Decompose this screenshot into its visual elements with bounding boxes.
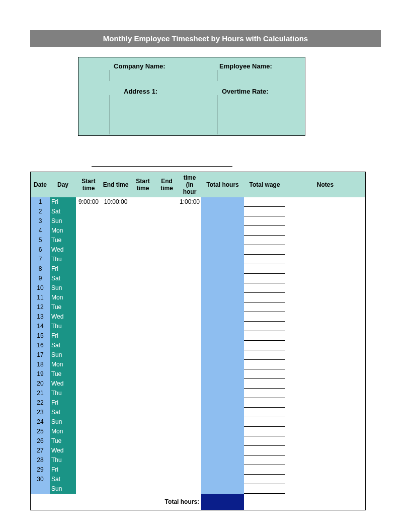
cell-date[interactable]: 11 <box>31 293 50 302</box>
cell-time-in-hour[interactable] <box>178 427 201 436</box>
cell-total-hours[interactable] <box>201 216 244 226</box>
cell-start-time-1[interactable] <box>76 255 101 264</box>
cell-time-in-hour[interactable] <box>178 436 201 446</box>
cell-end-time-1[interactable] <box>101 302 130 312</box>
cell-date[interactable]: 25 <box>31 427 50 436</box>
cell-date[interactable]: 7 <box>31 255 50 264</box>
cell-end-time-1[interactable] <box>101 360 130 369</box>
cell-total-hours[interactable] <box>201 446 244 455</box>
cell-time-in-hour[interactable] <box>178 475 201 484</box>
cell-notes[interactable] <box>285 283 365 293</box>
cell-notes[interactable] <box>285 207 365 216</box>
cell-end-time-2[interactable] <box>155 274 178 283</box>
cell-start-time-1[interactable] <box>76 417 101 427</box>
cell-end-time-2[interactable] <box>155 255 178 264</box>
cell-end-time-2[interactable] <box>155 197 178 207</box>
cell-total-wage[interactable] <box>244 245 285 255</box>
cell-end-time-1[interactable] <box>101 226 130 236</box>
cell-total-hours[interactable] <box>201 197 244 207</box>
cell-start-time-2[interactable] <box>130 379 155 389</box>
cell-date[interactable]: 22 <box>31 398 50 408</box>
cell-day[interactable]: Tue <box>50 436 76 446</box>
cell-start-time-1[interactable] <box>76 274 101 283</box>
cell-start-time-1[interactable] <box>76 216 101 226</box>
cell-start-time-2[interactable] <box>130 436 155 446</box>
cell-total-hours[interactable] <box>201 465 244 475</box>
cell-date[interactable]: 1 <box>31 197 50 207</box>
cell-day[interactable]: Tue <box>50 236 76 245</box>
cell-end-time-2[interactable] <box>155 322 178 331</box>
cell-start-time-2[interactable] <box>130 283 155 293</box>
cell-date[interactable]: 29 <box>31 465 50 475</box>
cell-total-wage[interactable] <box>244 255 285 264</box>
cell-total-hours[interactable] <box>201 264 244 274</box>
cell-start-time-1[interactable] <box>76 436 101 446</box>
cell-time-in-hour[interactable] <box>178 360 201 369</box>
cell-time-in-hour[interactable] <box>178 226 201 236</box>
cell-time-in-hour[interactable] <box>178 255 201 264</box>
cell-start-time-2[interactable] <box>130 197 155 207</box>
cell-date[interactable]: 3 <box>31 216 50 226</box>
cell-total-hours[interactable] <box>201 398 244 408</box>
cell-start-time-2[interactable] <box>130 302 155 312</box>
cell-date[interactable]: 19 <box>31 369 50 379</box>
cell-date[interactable]: 16 <box>31 341 50 350</box>
cell-time-in-hour[interactable] <box>178 274 201 283</box>
cell-start-time-2[interactable] <box>130 360 155 369</box>
cell-total-wage[interactable] <box>244 446 285 455</box>
cell-start-time-1[interactable] <box>76 312 101 322</box>
cell-total-wage[interactable] <box>244 207 285 216</box>
cell-total-hours[interactable] <box>201 302 244 312</box>
cell-time-in-hour[interactable] <box>178 398 201 408</box>
cell-day[interactable]: Tue <box>50 369 76 379</box>
cell-end-time-2[interactable] <box>155 226 178 236</box>
cell-time-in-hour[interactable] <box>178 264 201 274</box>
cell-start-time-2[interactable] <box>130 226 155 236</box>
cell-end-time-2[interactable] <box>155 302 178 312</box>
cell-time-in-hour[interactable] <box>178 283 201 293</box>
cell-date[interactable]: 27 <box>31 446 50 455</box>
cell-notes[interactable] <box>285 360 365 369</box>
cell-total-wage[interactable] <box>244 398 285 408</box>
cell-start-time-1[interactable] <box>76 293 101 302</box>
cell-start-time-1[interactable] <box>76 379 101 389</box>
cell-total-hours[interactable] <box>201 350 244 360</box>
cell-time-in-hour[interactable] <box>178 322 201 331</box>
cell-start-time-2[interactable] <box>130 293 155 302</box>
cell-date[interactable]: 26 <box>31 436 50 446</box>
cell-start-time-1[interactable] <box>76 236 101 245</box>
cell-end-time-2[interactable] <box>155 350 178 360</box>
cell-end-time-1[interactable] <box>101 484 130 494</box>
cell-date[interactable]: 9 <box>31 274 50 283</box>
cell-start-time-1[interactable] <box>76 369 101 379</box>
cell-start-time-1[interactable] <box>76 475 101 484</box>
cell-total-hours[interactable] <box>201 226 244 236</box>
cell-notes[interactable] <box>285 216 365 226</box>
cell-time-in-hour[interactable] <box>178 455 201 465</box>
cell-total-wage[interactable] <box>244 427 285 436</box>
cell-end-time-2[interactable] <box>155 475 178 484</box>
cell-end-time-2[interactable] <box>155 283 178 293</box>
cell-end-time-2[interactable] <box>155 207 178 216</box>
cell-start-time-2[interactable] <box>130 216 155 226</box>
cell-start-time-1[interactable] <box>76 322 101 331</box>
cell-start-time-2[interactable] <box>130 484 155 494</box>
cell-day[interactable]: Sun <box>50 350 76 360</box>
cell-total-hours[interactable] <box>201 369 244 379</box>
cell-end-time-2[interactable] <box>155 331 178 341</box>
cell-notes[interactable] <box>285 379 365 389</box>
cell-total-hours[interactable] <box>201 255 244 264</box>
cell-time-in-hour[interactable] <box>178 465 201 475</box>
cell-day[interactable]: Thu <box>50 255 76 264</box>
cell-notes[interactable] <box>285 417 365 427</box>
cell-start-time-2[interactable] <box>130 341 155 350</box>
cell-day[interactable]: Fri <box>50 465 76 475</box>
cell-total-wage[interactable] <box>244 417 285 427</box>
cell-time-in-hour[interactable] <box>178 312 201 322</box>
cell-notes[interactable] <box>285 350 365 360</box>
cell-start-time-1[interactable] <box>76 389 101 398</box>
cell-total-wage[interactable] <box>244 369 285 379</box>
cell-end-time-2[interactable] <box>155 379 178 389</box>
cell-total-wage[interactable] <box>244 226 285 236</box>
cell-day[interactable]: Mon <box>50 226 76 236</box>
